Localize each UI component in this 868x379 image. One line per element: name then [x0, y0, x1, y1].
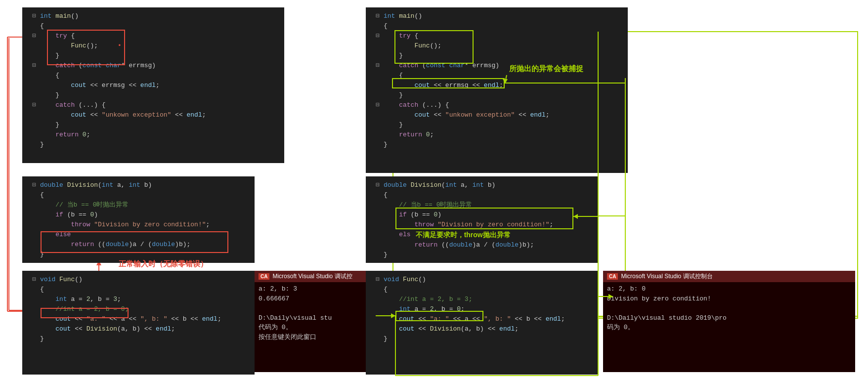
code-line: return 0;	[366, 130, 628, 140]
top-left-main-panel: ⊟ int main() { ⊟ try { Func(); • } ⊟ cat…	[22, 7, 284, 163]
code-line: {	[366, 71, 628, 81]
code-line: ⊟ void Func()	[22, 275, 255, 285]
top-right-main-panel: ⊟ int main() { ⊟ try { Func(); } ⊟ catch…	[366, 7, 628, 173]
code-line: throw "Division by zero condition!";	[366, 220, 598, 230]
code-line: Func();	[366, 41, 628, 51]
code-line: }	[366, 250, 598, 260]
code-line: // 当b == 0时抛出异常	[22, 200, 255, 210]
code-line: //int a = 2, b = 3;	[366, 295, 598, 304]
code-line: ⊟ int main()	[22, 11, 284, 21]
code-line: // 当b == 0时抛出异常	[366, 200, 598, 210]
code-line: }	[22, 90, 284, 100]
code-line: ⊟ void Func()	[366, 275, 598, 285]
code-line: return ((double)a / (double)b);	[22, 240, 255, 250]
annotation-normal-input: 正常输入时（无除零错误）	[119, 259, 208, 269]
console-right-panel: CA Microsoft Visual Studio 调试控制台 a: 2, b…	[603, 271, 855, 375]
bottom-right-func-panel: ⊟ void Func() { //int a = 2, b = 3; int …	[366, 271, 598, 375]
bottom-left-func-panel: ⊟ void Func() { int a = 2, b = 3; //int …	[22, 271, 255, 375]
console-left-panel: CA Microsoft Visual Studio 调试控 a: 2, b: …	[255, 271, 368, 375]
code-line: //int a = 2, b = 0;	[22, 304, 255, 314]
code-line: }	[366, 140, 628, 150]
code-line: {	[22, 21, 284, 31]
code-line: els 不满足要求时，throw抛出异常	[366, 230, 598, 240]
console-line	[259, 303, 364, 313]
code-line: cout << "unkown exception" << endl;	[22, 110, 284, 120]
console-line: 0.666667	[259, 294, 364, 304]
code-line: ⊟ catch (const char* errmsg)	[22, 61, 284, 71]
console-line: 代码为 0。	[259, 323, 364, 333]
code-line: ⊟ catch (...) {	[366, 100, 628, 110]
code-line: if (b == 0)	[22, 210, 255, 220]
code-line: {	[366, 285, 598, 295]
code-line: ⊟ try {	[366, 31, 628, 41]
code-line: {	[366, 21, 628, 31]
code-line: }	[22, 334, 255, 344]
console-right-header: CA Microsoft Visual Studio 调试控制台	[603, 271, 855, 282]
code-line: cout << "a: " << a << ", b: " << b << en…	[366, 314, 598, 324]
code-line: cout << errmsg << endl;	[22, 81, 284, 90]
code-line: }	[22, 51, 284, 61]
code-line: }	[22, 140, 284, 150]
console-icon-right: CA	[607, 273, 618, 280]
console-title: Microsoft Visual Studio 调试控	[272, 272, 352, 281]
console-left-header: CA Microsoft Visual Studio 调试控	[255, 271, 368, 282]
console-line: D:\Daily\visual studio 2019\pro	[607, 313, 851, 323]
code-line: {	[22, 190, 255, 200]
code-line: ⊟ catch (...) {	[22, 100, 284, 110]
code-line: throw "Division by zero condition!";	[22, 220, 255, 230]
code-line: ⊟ catch (const char* errmsg)	[366, 61, 628, 71]
code-line: {	[22, 285, 255, 295]
code-line: int a = 2, b = 0;	[366, 304, 598, 314]
code-line: ⊟ double Division(int a, int b)	[366, 180, 598, 190]
annotation-exception-caught: 所抛出的异常会被捕捉	[509, 64, 583, 74]
code-line: cout << errmsg << endl;	[366, 81, 628, 90]
code-line: cout << Division(a, b) << endl;	[366, 324, 598, 334]
console-left-content: a: 2, b: 3 0.666667 D:\Daily\visual stu …	[255, 282, 368, 372]
code-line: {	[22, 71, 284, 81]
code-line: cout << Division(a, b) << endl;	[22, 324, 255, 334]
bottom-left-division-panel: ⊟ double Division(int a, int b) { // 当b …	[22, 176, 255, 263]
code-line: }	[22, 120, 284, 130]
bottom-right-division-panel: ⊟ double Division(int a, int b) { // 当b …	[366, 176, 598, 263]
code-line: }	[366, 90, 628, 100]
console-line: 码为 0。	[607, 323, 851, 333]
code-line: ⊟ try {	[22, 31, 284, 41]
code-line: cout << "unkown exception" << endl;	[366, 110, 628, 120]
code-line: return ((double)a / (double)b);	[366, 240, 598, 250]
console-right-content: a: 2, b: 0 Division by zero condition! D…	[603, 282, 855, 372]
console-line: a: 2, b: 3	[259, 284, 364, 294]
code-line: }	[366, 334, 598, 344]
code-line: }	[366, 51, 628, 61]
code-line: }	[22, 250, 255, 259]
code-line: {	[366, 190, 598, 200]
code-line: }	[366, 120, 628, 130]
code-line: else	[22, 230, 255, 240]
code-line: if (b == 0)	[366, 210, 598, 220]
code-line: return 0;	[22, 130, 284, 140]
code-line: int a = 2, b = 3;	[22, 295, 255, 304]
code-line: cout << "a: " << a << ", b: " << b << en…	[22, 314, 255, 324]
console-line: D:\Daily\visual stu	[259, 313, 364, 323]
console-line: 按任意键关闭此窗口	[259, 333, 364, 342]
code-line: Func(); •	[22, 41, 284, 51]
console-icon: CA	[259, 273, 269, 280]
console-line	[607, 303, 851, 313]
code-line: ⊟ double Division(int a, int b)	[22, 180, 255, 190]
code-line: ⊟ int main()	[366, 11, 628, 21]
console-line: a: 2, b: 0	[607, 284, 851, 294]
console-right-title: Microsoft Visual Studio 调试控制台	[621, 272, 712, 281]
console-line: Division by zero condition!	[607, 294, 851, 304]
